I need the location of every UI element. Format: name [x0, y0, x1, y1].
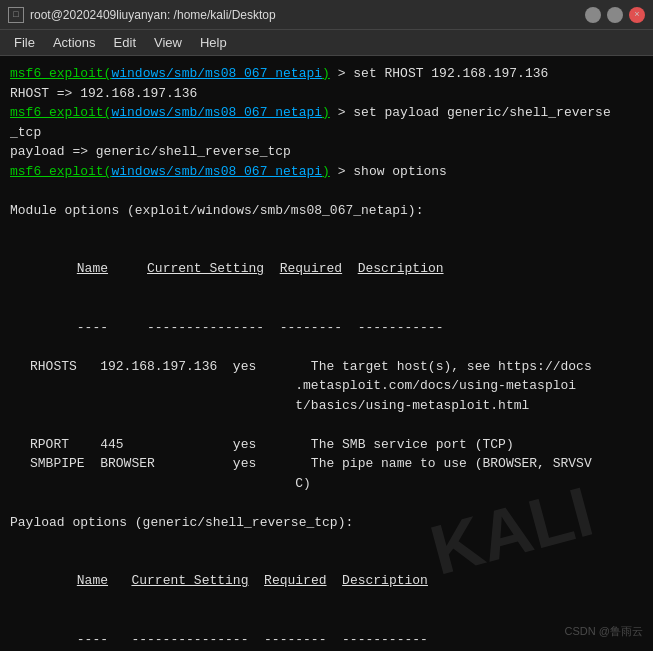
title-bar: □ root@20202409liuyanyan: /home/kali/Des… [0, 0, 653, 30]
table-row-cont: C) [30, 474, 643, 494]
close-icon: × [634, 10, 639, 20]
table-row-cont: .metasploit.com/docs/using-metasploi [30, 376, 643, 396]
terminal-line: RHOST => 192.168.197.136 [10, 84, 643, 104]
menu-edit[interactable]: Edit [106, 32, 144, 53]
table-row: RHOSTS 192.168.197.136 yes The target ho… [30, 357, 643, 377]
table-row: RPORT 445 yes The SMB service port (TCP) [30, 435, 643, 455]
terminal-line: msf6 exploit(windows/smb/ms08_067_netapi… [10, 64, 643, 84]
terminal-blank [10, 493, 643, 513]
terminal-blank [10, 415, 643, 435]
window: □ root@20202409liuyanyan: /home/kali/Des… [0, 0, 653, 651]
terminal-area[interactable]: msf6 exploit(windows/smb/ms08_067_netapi… [0, 56, 653, 651]
terminal-line: msf6 exploit(windows/smb/ms08_067_netapi… [10, 162, 643, 182]
menu-file[interactable]: File [6, 32, 43, 53]
terminal-line: msf6 exploit(windows/smb/ms08_067_netapi… [10, 103, 643, 123]
terminal-blank [10, 532, 643, 552]
table2-header: Name Current Setting Required Descriptio… [30, 552, 643, 611]
menu-actions[interactable]: Actions [45, 32, 104, 53]
maximize-button[interactable] [607, 7, 623, 23]
payload-options-header: Payload options (generic/shell_reverse_t… [10, 513, 643, 533]
menu-help[interactable]: Help [192, 32, 235, 53]
minimize-button[interactable] [585, 7, 601, 23]
table-row-cont: t/basics/using-metasploit.html [30, 396, 643, 416]
menu-view[interactable]: View [146, 32, 190, 53]
table-row: SMBPIPE BROWSER yes The pipe name to use… [30, 454, 643, 474]
table1-divider: ---- --------------- -------- ----------… [30, 298, 643, 357]
module-options-header: Module options (exploit/windows/smb/ms08… [10, 201, 643, 221]
table2-divider: ---- --------------- -------- ----------… [30, 610, 643, 651]
window-title: root@20202409liuyanyan: /home/kali/Deskt… [30, 8, 276, 22]
menu-bar: File Actions Edit View Help [0, 30, 653, 56]
title-bar-left: □ root@20202409liuyanyan: /home/kali/Des… [8, 7, 276, 23]
window-controls[interactable]: × [585, 7, 645, 23]
terminal-blank [10, 181, 643, 201]
window-icon: □ [8, 7, 24, 23]
terminal-line: payload => generic/shell_reverse_tcp [10, 142, 643, 162]
terminal-line: _tcp [10, 123, 643, 143]
terminal-blank [10, 220, 643, 240]
close-button[interactable]: × [629, 7, 645, 23]
csdn-watermark: CSDN @鲁雨云 [565, 624, 643, 639]
table1-header: Name Current Setting Required Descriptio… [30, 240, 643, 299]
